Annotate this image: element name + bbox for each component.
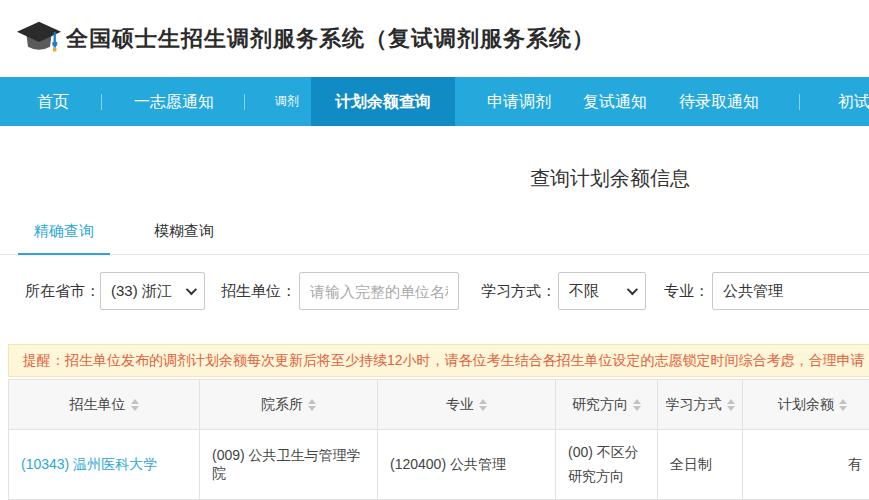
nav-item-initial-score[interactable]: 初试成绩 [838,77,869,126]
nav-item-pending-admission-notice[interactable]: 待录取通知 [679,77,759,126]
nav-item-apply-tiaoji[interactable]: 申请调剂 [487,77,551,126]
nav-divider [101,94,102,110]
major-label: 专业： [664,282,709,301]
study-mode-label: 学习方式： [481,282,556,301]
filter-bar: 所在省市： (33) 浙江 招生单位： 学习方式： 不限 专业： [25,272,869,310]
tab-fuzzy-query[interactable]: 模糊查询 [138,222,230,254]
sort-icon[interactable] [308,399,316,411]
sort-icon[interactable] [479,399,487,411]
nav-divider [799,94,800,110]
col-header-department[interactable]: 院系所 [200,380,378,430]
nav-item-first-choice-notice[interactable]: 一志愿通知 [134,77,214,126]
nav-item-plan-balance-query[interactable]: 计划余额查询 [311,77,455,126]
tab-exact-query[interactable]: 精确查询 [18,222,110,255]
query-tabs: 精确查询 模糊查询 [0,222,869,255]
nav-item-home[interactable]: 首页 [37,77,69,126]
chevron-down-icon [627,284,638,295]
unit-label: 招生单位： [221,282,296,301]
table-header-row: 招生单位 院系所 专业 研究方向 学习方式 计划余额 [9,380,869,430]
sort-icon[interactable] [131,399,139,411]
col-header-direction[interactable]: 研究方向 [556,380,658,430]
site-header: 全国硕士生招生调剂服务系统（复试调剂服务系统） [0,0,869,77]
col-header-major[interactable]: 专业 [378,380,556,430]
sort-icon[interactable] [727,399,735,411]
table-row: (10343) 温州医科大学 (009) 公共卫生与管理学院 (120400) … [9,430,869,500]
graduation-cap-icon [16,18,62,60]
col-header-unit[interactable]: 招生单位 [9,380,200,430]
page-root: 全国硕士生招生调剂服务系统（复试调剂服务系统） 首页 一志愿通知 调剂 计划余额… [0,0,869,500]
col-header-study-mode[interactable]: 学习方式 [658,380,743,430]
cell-major: (120400) 公共管理 [378,430,556,500]
site-title: 全国硕士生招生调剂服务系统（复试调剂服务系统） [66,24,595,54]
province-select[interactable]: (33) 浙江 [100,272,205,310]
cell-quota: 有 [743,430,869,500]
cell-department: (009) 公共卫生与管理学院 [200,430,378,500]
col-header-quota[interactable]: 计划余额 [743,380,869,430]
province-select-value: (33) 浙江 [111,282,172,301]
page-title: 查询计划余额信息 [0,165,869,192]
sort-icon[interactable] [839,399,847,411]
study-mode-select[interactable]: 不限 [558,272,646,310]
study-mode-select-value: 不限 [569,282,599,301]
unit-link[interactable]: (10343) 温州医科大学 [21,456,157,472]
chevron-down-icon [186,284,197,295]
plan-balance-table: 招生单位 院系所 专业 研究方向 学习方式 计划余额 (10343) 温州医科大… [8,379,869,500]
main-nav: 首页 一志愿通知 调剂 计划余额查询 申请调剂 复试通知 待录取通知 初试成绩 [0,77,869,126]
province-label: 所在省市： [25,282,100,301]
unit-input[interactable] [299,272,459,310]
nav-item-retest-notice[interactable]: 复试通知 [583,77,647,126]
sort-icon[interactable] [633,399,641,411]
cell-direction: (00) 不区分研究方向 [556,430,658,500]
notice-banner: 提醒：招生单位发布的调剂计划余额每次更新后将至少持续12小时，请各位考生结合各招… [8,344,869,377]
major-input[interactable] [712,272,869,310]
cell-unit: (10343) 温州医科大学 [9,430,200,500]
cell-study-mode: 全日制 [658,430,743,500]
nav-divider [244,94,245,110]
nav-item-tiaoji[interactable]: 调剂 [275,77,311,126]
